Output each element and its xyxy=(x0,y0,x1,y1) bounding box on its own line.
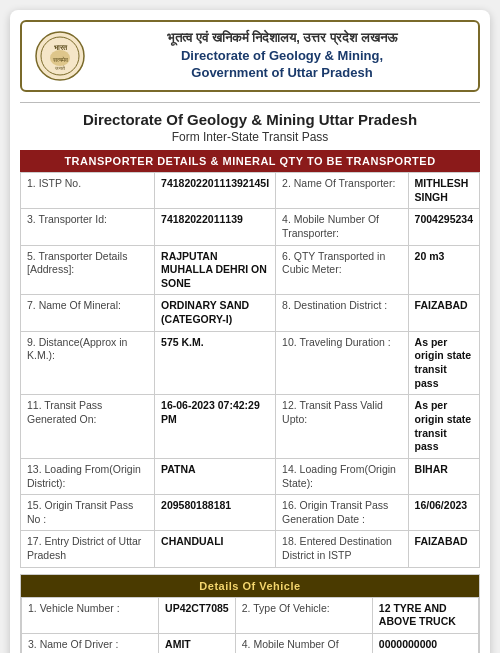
field-value-4: 7004295234 xyxy=(408,209,479,245)
field-label-13: 13. Loading From(Origin District): xyxy=(21,458,155,494)
field-value-15: 209580188181 xyxy=(155,495,276,531)
field-value-17: CHANDUALI xyxy=(155,531,276,567)
field-value-16: 16/06/2023 xyxy=(408,495,479,531)
header: भारत सत्यमेव जयते भूतत्व एवं खनिकर्म निद… xyxy=(20,20,480,92)
field-label-11: 11. Transit Pass Generated On: xyxy=(21,395,155,459)
svg-text:जयते: जयते xyxy=(54,65,65,71)
field-value-1: 741820220111392145I xyxy=(155,173,276,209)
table-row: 1. Vehicle Number : UP42CT7085 2. Type O… xyxy=(22,597,479,633)
main-content: Directorate Of Geology & Mining Uttar Pr… xyxy=(10,111,490,653)
field-value-12: As per origin state transit pass xyxy=(408,395,479,459)
vehicle-field-label-1: 1. Vehicle Number : xyxy=(22,597,159,633)
table-row: 9. Distance(Approx in K.M.): 575 K.M. 10… xyxy=(21,331,480,395)
table-row: 11. Transit Pass Generated On: 16-06-202… xyxy=(21,395,480,459)
field-label-14: 14. Loading From(Origin State): xyxy=(276,458,408,494)
table-row: 3. Name Of Driver : AMIT 4. Mobile Numbe… xyxy=(22,634,479,653)
vehicle-field-label-4: 4. Mobile Number Of Driver: xyxy=(235,634,372,653)
header-text: भूतत्व एवं खनिकर्म निदेशालय, उत्तर प्रदे… xyxy=(98,30,466,82)
vehicle-field-value-3: AMIT xyxy=(159,634,236,653)
field-value-6: 20 m3 xyxy=(408,245,479,295)
field-label-1: 1. ISTP No. xyxy=(21,173,155,209)
field-label-7: 7. Name Of Mineral: xyxy=(21,295,155,331)
field-label-3: 3. Transporter Id: xyxy=(21,209,155,245)
field-value-9: 575 K.M. xyxy=(155,331,276,395)
field-label-9: 9. Distance(Approx in K.M.): xyxy=(21,331,155,395)
field-label-2: 2. Name Of Transporter: xyxy=(276,173,408,209)
svg-text:भारत: भारत xyxy=(54,44,68,51)
field-value-3: 74182022011139 xyxy=(155,209,276,245)
field-value-18: FAIZABAD xyxy=(408,531,479,567)
field-value-11: 16-06-2023 07:42:29 PM xyxy=(155,395,276,459)
vehicle-section: Details Of Vehicle 1. Vehicle Number : U… xyxy=(20,574,480,653)
field-label-18: 18. Entered Destination District in ISTP xyxy=(276,531,408,567)
field-label-17: 17. Entry District of Uttar Pradesh xyxy=(21,531,155,567)
field-label-10: 10. Traveling Duration : xyxy=(276,331,408,395)
table-row: 5. Transporter Details [Address]: RAJPUT… xyxy=(21,245,480,295)
vehicle-field-value-4: 0000000000 xyxy=(372,634,478,653)
table-row: 1. ISTP No. 741820220111392145I 2. Name … xyxy=(21,173,480,209)
field-value-5: RAJPUTAN MUHALLA DEHRI ON SONE xyxy=(155,245,276,295)
field-label-16: 16. Origin Transit Pass Generation Date … xyxy=(276,495,408,531)
logo: भारत सत्यमेव जयते xyxy=(34,30,86,82)
vehicle-field-value-1: UP42CT7085 xyxy=(159,597,236,633)
table-row: 17. Entry District of Uttar Pradesh CHAN… xyxy=(21,531,480,567)
field-label-8: 8. Destination District : xyxy=(276,295,408,331)
field-value-14: BIHAR xyxy=(408,458,479,494)
field-label-5: 5. Transporter Details [Address]: xyxy=(21,245,155,295)
field-value-8: FAIZABAD xyxy=(408,295,479,331)
vehicle-field-label-2: 2. Type Of Vehicle: xyxy=(235,597,372,633)
doc-title: Directorate Of Geology & Mining Uttar Pr… xyxy=(20,111,480,128)
table-row: 13. Loading From(Origin District): PATNA… xyxy=(21,458,480,494)
transporter-section-header: Transporter Details & Mineral QTY to be … xyxy=(20,150,480,172)
doc-subtitle: Form Inter-State Transit Pass xyxy=(20,130,480,144)
table-row: 3. Transporter Id: 74182022011139 4. Mob… xyxy=(21,209,480,245)
header-hindi-title: भूतत्व एवं खनिकर्म निदेशालय, उत्तर प्रदे… xyxy=(98,30,466,46)
field-value-13: PATNA xyxy=(155,458,276,494)
header-en-title: Directorate of Geology & Mining, Governm… xyxy=(98,48,466,82)
field-label-4: 4. Mobile Number Of Transporter: xyxy=(276,209,408,245)
page: भारत सत्यमेव जयते भूतत्व एवं खनिकर्म निद… xyxy=(10,10,490,653)
table-row: 15. Origin Transit Pass No : 20958018818… xyxy=(21,495,480,531)
vehicle-table: 1. Vehicle Number : UP42CT7085 2. Type O… xyxy=(21,597,479,653)
transporter-table: 1. ISTP No. 741820220111392145I 2. Name … xyxy=(20,172,480,568)
vehicle-field-value-2: 12 TYRE AND ABOVE TRUCK xyxy=(372,597,478,633)
field-value-10: As per origin state transit pass xyxy=(408,331,479,395)
field-label-15: 15. Origin Transit Pass No : xyxy=(21,495,155,531)
field-label-6: 6. QTY Transported in Cubic Meter: xyxy=(276,245,408,295)
field-label-12: 12. Transit Pass Valid Upto: xyxy=(276,395,408,459)
table-row: 7. Name Of Mineral: ORDINARY SAND (CATEG… xyxy=(21,295,480,331)
svg-text:सत्यमेव: सत्यमेव xyxy=(52,56,69,63)
field-value-7: ORDINARY SAND (CATEGORY-I) xyxy=(155,295,276,331)
vehicle-field-label-3: 3. Name Of Driver : xyxy=(22,634,159,653)
field-value-2: MITHLESH SINGH xyxy=(408,173,479,209)
vehicle-section-header: Details Of Vehicle xyxy=(21,575,479,597)
